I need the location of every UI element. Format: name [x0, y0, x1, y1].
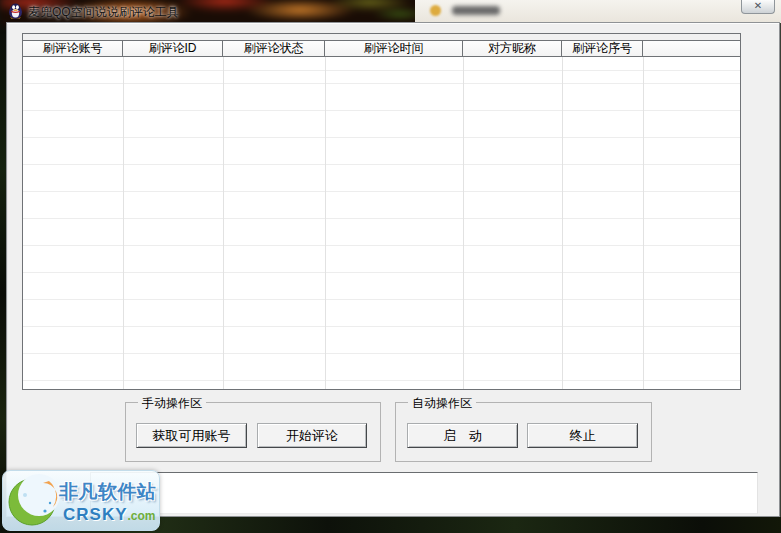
close-icon: ✕: [754, 1, 762, 11]
background-window-text-blur: [452, 6, 500, 15]
grid-column-line: [123, 57, 124, 389]
grid-column-line: [643, 57, 644, 389]
grid-column-line: [325, 57, 326, 389]
grid-column-line: [223, 57, 224, 389]
auto-group-title: 自动操作区: [408, 395, 476, 412]
crsky-site-name: 非凡软件站: [59, 479, 157, 505]
column-header-time[interactable]: 刷评论时间: [325, 41, 463, 56]
qq-penguin-app-icon[interactable]: [8, 3, 23, 19]
column-header-status[interactable]: 刷评论状态: [223, 41, 325, 56]
crsky-crescent-logo-icon: [5, 473, 61, 529]
auto-stop-button[interactable]: 终止: [527, 423, 638, 448]
background-window-icon: [430, 5, 441, 16]
crsky-domain: CRSKY: [63, 505, 128, 524]
grid-column-line: [463, 57, 464, 389]
manual-group-title: 手动操作区: [138, 395, 206, 412]
crsky-tld: .com: [128, 509, 156, 523]
comment-task-listview[interactable]: 刷评论账号 刷评论ID 刷评论状态 刷评论时间 对方昵称 刷评论序号: [22, 33, 741, 390]
listview-header-row: 刷评论账号 刷评论ID 刷评论状态 刷评论时间 对方昵称 刷评论序号: [23, 40, 740, 57]
screenshot-stage: 麦兜QQ空间说说刷评论工具 ✕ 刷评论账号 刷评论ID 刷评论状态 刷评论时间 …: [0, 0, 781, 533]
window-titlebar[interactable]: 麦兜QQ空间说说刷评论工具 ✕: [0, 0, 781, 23]
crsky-watermark: 非凡软件站 CRSKY.com: [2, 470, 160, 531]
column-header-nickname[interactable]: 对方昵称: [463, 41, 562, 56]
listview-body-empty[interactable]: [23, 57, 740, 389]
get-accounts-button[interactable]: 获取可用账号: [136, 423, 247, 448]
grid-column-line: [562, 57, 563, 389]
auto-start-button[interactable]: 启 动: [407, 423, 518, 448]
window-title: 麦兜QQ空间说说刷评论工具: [28, 4, 179, 21]
crsky-site-url: CRSKY.com: [63, 505, 156, 525]
column-header-seq[interactable]: 刷评论序号: [562, 41, 643, 56]
column-header-blank[interactable]: [643, 41, 740, 56]
start-comment-button[interactable]: 开始评论: [257, 423, 367, 448]
comment-content-input[interactable]: [90, 472, 758, 514]
close-button[interactable]: ✕: [741, 0, 775, 14]
column-header-account[interactable]: 刷评论账号: [23, 41, 123, 56]
column-header-id[interactable]: 刷评论ID: [123, 41, 223, 56]
